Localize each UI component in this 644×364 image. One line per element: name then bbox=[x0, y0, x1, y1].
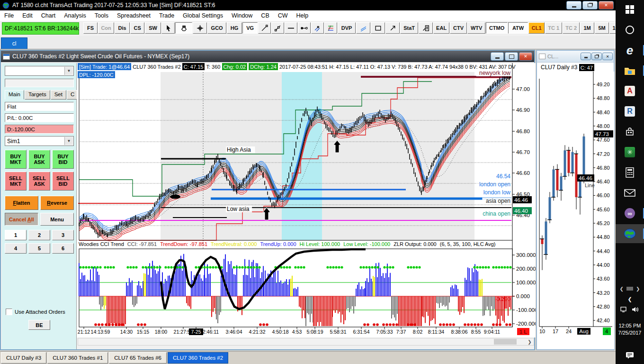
tc2-button[interactable]: TC 2 bbox=[563, 22, 580, 34]
sell-mkt-button[interactable]: SELLMKT bbox=[5, 172, 27, 191]
intraday-chart[interactable]: newyork lowHigh AsiaLow asialondon open4… bbox=[77, 63, 536, 337]
hg-button[interactable]: HG bbox=[227, 22, 242, 34]
cs-button[interactable]: CS bbox=[130, 22, 144, 34]
atw-button[interactable]: ATW bbox=[508, 22, 528, 34]
menu-trade[interactable]: Trade bbox=[155, 10, 179, 21]
eal-button[interactable]: EAL bbox=[433, 22, 449, 34]
daily-minimize-button[interactable] bbox=[581, 53, 591, 60]
cl1-button[interactable]: CL1 bbox=[528, 22, 545, 34]
chevron-down-icon[interactable]: ▼ bbox=[64, 67, 73, 75]
menu-button[interactable]: Menu bbox=[40, 213, 74, 226]
quantity-2-button[interactable]: 2 bbox=[28, 230, 50, 240]
menu-tools[interactable]: Tools bbox=[90, 10, 113, 21]
ctv-button[interactable]: CTV bbox=[450, 22, 467, 34]
position-field[interactable]: Flat bbox=[5, 102, 74, 111]
app-restore-button[interactable] bbox=[582, 1, 598, 9]
buy-mkt-button[interactable]: BUYMKT bbox=[5, 150, 27, 169]
order-type-combo[interactable]: ▼ bbox=[5, 66, 74, 76]
ctmo-button[interactable]: CTMO bbox=[486, 22, 508, 34]
hscrollbar-thumb[interactable] bbox=[494, 339, 517, 345]
r-app[interactable]: R bbox=[616, 102, 644, 121]
attached-orders-checkbox[interactable] bbox=[6, 309, 12, 315]
dvp-button[interactable]: DVP bbox=[338, 22, 356, 34]
chart-hscrollbar[interactable]: ❯ bbox=[78, 338, 534, 346]
chart-close-button[interactable]: ✕ bbox=[519, 52, 532, 61]
sell-ask-button[interactable]: SELLASK bbox=[28, 172, 50, 191]
menu-analysis[interactable]: Analysis bbox=[60, 10, 90, 21]
menu-global-settings[interactable]: Global Settings bbox=[179, 10, 227, 21]
store-app[interactable] bbox=[616, 122, 644, 141]
hscroll-right-arrow-icon[interactable]: ❯ bbox=[526, 339, 533, 345]
wtv-button[interactable]: WTV bbox=[467, 22, 485, 34]
trendline-tool[interactable] bbox=[258, 22, 271, 34]
transact-app[interactable] bbox=[616, 224, 644, 243]
m5-button[interactable]: 5M bbox=[595, 22, 609, 34]
autocad-app[interactable]: A bbox=[616, 82, 644, 100]
account-combo[interactable]: Sim1▼ bbox=[5, 136, 74, 146]
calculator-app[interactable] bbox=[616, 163, 644, 182]
m1-button[interactable]: 1M bbox=[580, 22, 594, 34]
vg-button[interactable]: VG bbox=[242, 22, 258, 34]
tab-main[interactable]: Main bbox=[5, 90, 24, 100]
arrow-tool[interactable] bbox=[385, 22, 400, 34]
channel-tool[interactable] bbox=[356, 22, 370, 34]
tray-expand-chevron-icon[interactable]: ❮ bbox=[616, 295, 644, 303]
reverse-button[interactable]: Reverse bbox=[40, 196, 74, 210]
quantity-3-button[interactable]: 3 bbox=[52, 230, 74, 240]
chart-tab-0[interactable]: CLU7 Daily #3 bbox=[1, 352, 46, 364]
taskbar-scroll[interactable]: ❮❯ bbox=[616, 283, 644, 294]
gco-button[interactable]: GCO bbox=[207, 22, 226, 34]
tc1-button[interactable]: TC 1 bbox=[545, 22, 562, 34]
pan-tool[interactable] bbox=[175, 22, 192, 34]
quantity-5-button[interactable]: 5 bbox=[28, 243, 50, 254]
menu-cb[interactable]: CB bbox=[257, 10, 273, 21]
flatten-button[interactable]: Flatten bbox=[5, 196, 38, 210]
menu-chart[interactable]: Chart bbox=[37, 10, 60, 21]
crosshair-tool[interactable] bbox=[193, 22, 207, 34]
stat-button[interactable]: StaT bbox=[400, 22, 418, 34]
buy-bid-button[interactable]: BUYBID bbox=[52, 150, 74, 169]
menu-edit[interactable]: Edit bbox=[18, 10, 37, 21]
buy-ask-button[interactable]: BUYASK bbox=[28, 150, 50, 169]
rectangle-tool[interactable] bbox=[371, 22, 385, 34]
menu-spreadsheet[interactable]: Spreadsheet bbox=[113, 10, 155, 21]
chart-tab-2[interactable]: CLU7 65 Trades #6 bbox=[109, 352, 167, 364]
tab-targets[interactable]: Targets bbox=[25, 90, 50, 100]
sell-bid-button[interactable]: SELLBID bbox=[52, 172, 74, 191]
sw-button[interactable]: SW bbox=[145, 22, 161, 34]
notification-icon[interactable] bbox=[616, 346, 644, 364]
chart-tab-3[interactable]: CLU7 360 Trades #2 bbox=[168, 352, 228, 364]
app-close-button[interactable]: ✕ bbox=[599, 1, 614, 9]
pitchfork-tool[interactable] bbox=[311, 22, 324, 34]
quantity-6-button[interactable]: 6 bbox=[52, 243, 74, 254]
con-button[interactable]: Con bbox=[98, 22, 114, 34]
tray-icons[interactable] bbox=[616, 304, 644, 315]
file-explorer-app[interactable] bbox=[616, 61, 644, 80]
quantity-4-button[interactable]: 4 bbox=[5, 243, 27, 254]
daily-close-button[interactable]: ✕ bbox=[602, 53, 613, 60]
menu-file[interactable]: File bbox=[0, 10, 18, 21]
start-button[interactable] bbox=[616, 0, 644, 19]
chart-minimize-button[interactable] bbox=[491, 52, 504, 61]
mail-app[interactable] bbox=[616, 183, 644, 202]
cancel-all-button[interactable]: Cancel All bbox=[5, 213, 38, 226]
doc-tab-cl[interactable]: cl bbox=[1, 37, 27, 49]
chart-maximize-button[interactable] bbox=[505, 52, 518, 61]
dis-button[interactable]: Dis bbox=[115, 22, 130, 34]
chevron-down-icon[interactable]: ▼ bbox=[64, 137, 73, 145]
daily-chart[interactable]: 49.2048.8048.4048.0047.6047.2046.8046.40… bbox=[537, 72, 614, 349]
menu-window[interactable]: Window bbox=[227, 10, 257, 21]
quantity-1-button[interactable]: 1 bbox=[5, 230, 27, 240]
cortana-button[interactable] bbox=[616, 20, 644, 39]
breakeven-button[interactable]: BE bbox=[28, 320, 50, 330]
daily-window-titlebar[interactable]: CL... ✕ bbox=[537, 51, 614, 63]
taskbar-clock[interactable]: 12:05 PM7/25/2017 bbox=[616, 322, 644, 337]
app-minimize-button[interactable] bbox=[566, 1, 581, 9]
tab-set[interactable]: Set bbox=[51, 90, 66, 100]
hline-tool[interactable] bbox=[285, 22, 297, 34]
fib-tool[interactable] bbox=[324, 22, 337, 34]
note-tool[interactable] bbox=[419, 22, 433, 34]
segment-tool[interactable] bbox=[298, 22, 311, 34]
ray-tool[interactable] bbox=[271, 22, 284, 34]
pointer-tool[interactable] bbox=[161, 22, 175, 34]
